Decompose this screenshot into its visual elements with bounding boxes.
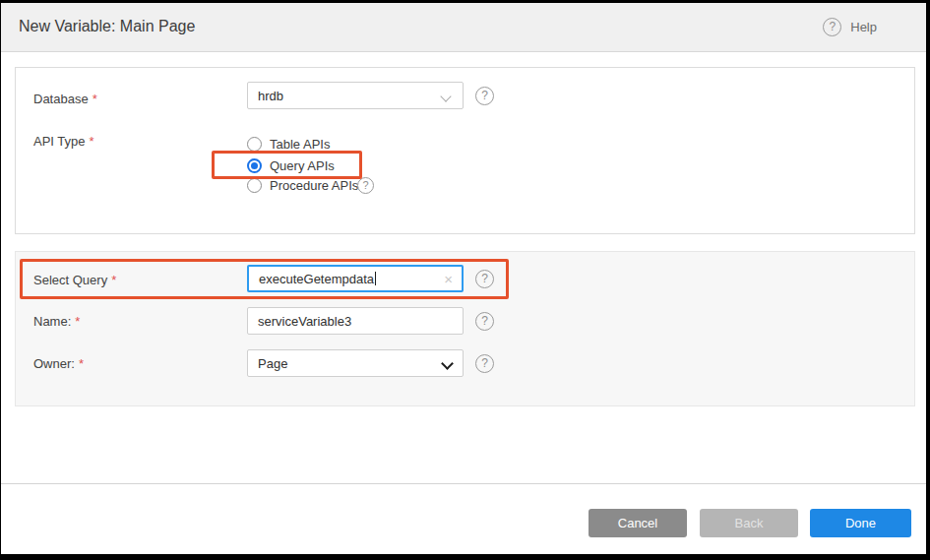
radio-table-apis[interactable]: Table APIs <box>247 137 330 152</box>
owner-select-value: Page <box>258 356 287 371</box>
required-asterisk: * <box>93 92 97 106</box>
radio-procedure-apis[interactable]: Procedure APIs <box>247 178 358 193</box>
select-query-input-value: executeGetempdata <box>259 272 374 286</box>
radio-procedure-apis-label: Procedure APIs <box>270 178 358 193</box>
name-input-value: serviceVariable3 <box>258 314 351 329</box>
radio-checked-icon[interactable] <box>247 158 262 173</box>
name-label: Name:* <box>33 314 80 329</box>
database-dropdown-value: hrdb <box>258 89 283 103</box>
api-type-help-icon[interactable]: ? <box>357 177 374 194</box>
radio-icon[interactable] <box>247 178 262 193</box>
select-query-help-icon[interactable]: ? <box>475 270 494 288</box>
database-label: Database* <box>33 92 97 106</box>
footer-divider <box>1 483 926 484</box>
help-label[interactable]: Help <box>850 20 877 34</box>
radio-query-apis-label: Query APIs <box>270 158 335 173</box>
database-help-icon[interactable]: ? <box>475 87 494 105</box>
section-database-apitype: Database* hrdb ? API Type* Table APIs Qu… <box>15 67 915 234</box>
page-title: New Variable: Main Page <box>19 18 195 35</box>
owner-help-icon[interactable]: ? <box>475 354 494 373</box>
back-button[interactable]: Back <box>700 509 798 537</box>
api-type-label: API Type* <box>33 134 94 149</box>
cancel-button[interactable]: Cancel <box>589 509 687 537</box>
database-dropdown[interactable]: hrdb <box>247 82 464 109</box>
help-link[interactable]: ? Help <box>823 18 877 36</box>
section-query-name-owner: Select Query* executeGetempdata × ? Name… <box>15 251 915 406</box>
required-asterisk: * <box>111 273 116 287</box>
required-asterisk: * <box>79 356 84 371</box>
new-variable-dialog: New Variable: Main Page ? Help Database*… <box>0 0 930 560</box>
help-circle-icon[interactable]: ? <box>823 18 841 36</box>
clear-icon[interactable]: × <box>444 272 453 287</box>
radio-table-apis-label: Table APIs <box>270 137 330 152</box>
dialog-header: New Variable: Main Page ? Help <box>1 3 926 52</box>
owner-label: Owner:* <box>33 356 84 371</box>
radio-query-apis[interactable]: Query APIs <box>247 158 335 173</box>
select-query-label: Select Query* <box>33 273 116 287</box>
radio-icon[interactable] <box>247 137 262 152</box>
select-query-input[interactable]: executeGetempdata × <box>247 265 464 292</box>
chevron-down-icon <box>440 91 451 101</box>
text-caret <box>375 272 376 285</box>
owner-select[interactable]: Page <box>247 349 464 377</box>
name-input[interactable]: serviceVariable3 <box>247 307 464 335</box>
chevron-down-icon <box>441 357 454 370</box>
required-asterisk: * <box>90 134 94 149</box>
name-help-icon[interactable]: ? <box>475 312 494 331</box>
done-button[interactable]: Done <box>810 509 911 537</box>
required-asterisk: * <box>75 314 80 329</box>
